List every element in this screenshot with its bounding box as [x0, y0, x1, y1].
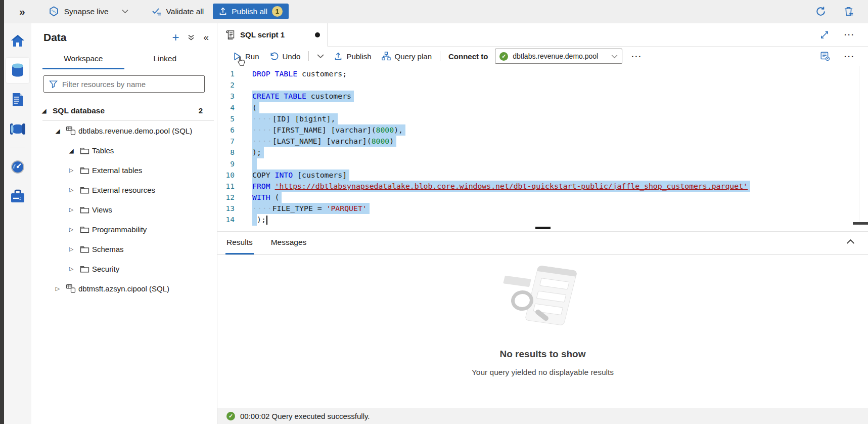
tree-item-programmability[interactable]: ▷Programmability — [31, 220, 217, 239]
run-options-chevron[interactable] — [312, 47, 329, 66]
tree-item-schemas[interactable]: ▷Schemas — [31, 239, 217, 259]
nav-monitor-button[interactable] — [6, 154, 29, 180]
tree-item-count: 2 — [199, 106, 217, 115]
code-line-3[interactable]: 3CREATE TABLE customers — [217, 91, 868, 102]
expand-node-icon[interactable]: ▷ — [66, 226, 77, 233]
publish-label: Publish — [346, 52, 371, 61]
chevron-up-icon[interactable] — [846, 239, 855, 244]
folder-icon — [77, 265, 92, 273]
nav-home-button[interactable] — [6, 28, 29, 54]
code-line-6[interactable]: 6····[FIRST_NAME] [varchar](8000), — [217, 124, 868, 136]
pool-name: dbtlabs.revenue.demo.pool — [513, 52, 607, 60]
tree-item-label: dbtlabs.revenue.demo.pool (SQL) — [78, 126, 192, 135]
collapse-panel-icon[interactable]: « — [203, 32, 209, 43]
tree-item-external-resources[interactable]: ▷External resources — [31, 180, 217, 200]
collapse-node-icon[interactable]: ◢ — [52, 128, 63, 135]
tab-title: SQL script 1 — [240, 30, 285, 39]
folder-icon — [77, 186, 92, 194]
publish-button[interactable]: Publish — [329, 47, 376, 66]
query-plan-button[interactable]: Query plan — [377, 47, 437, 66]
refresh-icon[interactable] — [815, 6, 826, 17]
validate-check-icon — [152, 7, 162, 16]
editor-more-icon[interactable]: ··· — [844, 52, 855, 61]
folder-icon — [77, 206, 92, 214]
synapse-studio-app: » Synapse live Validate all — [0, 0, 868, 424]
tree-item-tables[interactable]: ◢Tables — [31, 141, 217, 160]
nav-data-button[interactable] — [6, 58, 29, 83]
tab-sql-script-1[interactable]: SQL script 1 — [217, 23, 328, 47]
left-nav-rail — [4, 23, 31, 424]
results-splitter[interactable] — [217, 226, 868, 232]
tab-more-icon[interactable]: ··· — [844, 30, 855, 39]
sql-code-editor[interactable]: 1DROP TABLE customers;23CREATE TABLE cus… — [217, 66, 868, 226]
expand-node-icon[interactable]: ▷ — [66, 206, 77, 213]
code-line-12[interactable]: 12WITH ( — [217, 192, 868, 203]
publish-all-label: Publish all — [232, 7, 267, 16]
script-settings-icon[interactable] — [820, 51, 830, 61]
filter-resources-input[interactable] — [62, 80, 199, 89]
double-chevron-down-icon[interactable] — [188, 34, 195, 41]
code-line-11[interactable]: 11FROM 'https://dbtlabsynapsedatalake.bl… — [217, 181, 868, 192]
publish-all-button[interactable]: Publish all 1 — [213, 4, 289, 19]
editor-scrollbar-thumb[interactable] — [853, 222, 868, 225]
collapse-node-icon[interactable]: ◢ — [38, 107, 50, 114]
nav-manage-button[interactable] — [6, 184, 29, 209]
pool-select-dropdown[interactable]: ✓ dbtlabs.revenue.demo.pool — [495, 49, 622, 64]
expand-node-icon[interactable]: ▷ — [66, 167, 77, 174]
chevron-down-icon — [611, 54, 618, 59]
expand-editor-icon[interactable] — [820, 30, 829, 39]
expand-node-icon[interactable]: ▷ — [66, 246, 77, 252]
validate-all-button[interactable]: Validate all — [152, 7, 204, 16]
undo-label: Undo — [283, 52, 301, 61]
code-line-1[interactable]: 1DROP TABLE customers; — [217, 68, 868, 79]
tree-item-dbtlabs-revenue-demo-pool-sql-[interactable]: ◢dbtlabs.revenue.demo.pool (SQL) — [31, 121, 217, 141]
collapse-node-icon[interactable]: ◢ — [66, 147, 77, 154]
data-explorer-panel: Data + « Workspace Linked — [31, 23, 217, 424]
expand-node-icon[interactable]: ▷ — [52, 285, 63, 292]
tab-linked[interactable]: Linked — [124, 51, 206, 69]
code-line-14[interactable]: 14); — [217, 214, 868, 225]
line-number: 14 — [217, 214, 242, 225]
tree-item-dbtmsft-azsyn-cipool-sql-[interactable]: ▷dbtmsft.azsyn.cipool (SQL) — [31, 279, 217, 299]
line-number: 4 — [217, 102, 242, 113]
code-line-7[interactable]: 7····[LAST_NAME] [varchar](8000) — [217, 136, 868, 147]
tree-item-external-tables[interactable]: ▷External tables — [31, 160, 217, 180]
tree-item-label: Security — [92, 265, 119, 273]
undo-button[interactable]: Undo — [264, 47, 306, 66]
rail-divider — [10, 148, 25, 148]
trash-icon[interactable] — [843, 6, 854, 17]
toolbar-more-icon[interactable]: ··· — [631, 52, 642, 61]
expand-node-icon[interactable]: ▷ — [66, 187, 77, 193]
line-number: 1 — [217, 68, 242, 79]
run-button[interactable]: Run — [229, 47, 264, 66]
code-line-13[interactable]: 13····FILE_TYPE = 'PARQUET' — [217, 203, 868, 214]
code-line-9[interactable]: 9 — [217, 158, 868, 169]
query-plan-label: Query plan — [395, 52, 432, 61]
tree-item-views[interactable]: ▷Views — [31, 200, 217, 220]
tree-item-security[interactable]: ▷Security — [31, 259, 217, 279]
code-line-4[interactable]: 4( — [217, 102, 868, 113]
code-line-10[interactable]: 10COPY INTO [customers] — [217, 169, 868, 181]
success-check-icon: ✓ — [226, 412, 235, 420]
code-line-2[interactable]: 2 — [217, 79, 868, 91]
code-line-5[interactable]: 5····[ID] [bigint], — [217, 113, 868, 124]
panel-title: Data — [43, 31, 67, 44]
filter-funnel-icon — [49, 80, 58, 89]
home-icon — [10, 34, 25, 48]
nav-integrate-button[interactable] — [6, 116, 29, 142]
mode-selector[interactable]: Synapse live — [49, 6, 128, 17]
tree-item-sql-database[interactable]: ◢SQL database2 — [31, 101, 217, 120]
gauge-icon — [10, 159, 25, 175]
validate-all-label: Validate all — [166, 7, 204, 16]
nav-develop-button[interactable] — [6, 87, 29, 112]
expand-node-icon[interactable]: ▷ — [66, 266, 77, 272]
expand-sidebar-icon[interactable]: » — [19, 6, 25, 18]
tab-messages[interactable]: Messages — [270, 232, 308, 255]
folder-icon — [77, 147, 92, 155]
splitter-handle[interactable] — [535, 227, 551, 229]
tab-workspace[interactable]: Workspace — [42, 51, 124, 69]
tab-results[interactable]: Results — [225, 232, 254, 255]
add-resource-icon[interactable]: + — [172, 32, 179, 43]
code-line-8[interactable]: 8); — [217, 147, 868, 158]
line-number: 13 — [217, 203, 242, 214]
